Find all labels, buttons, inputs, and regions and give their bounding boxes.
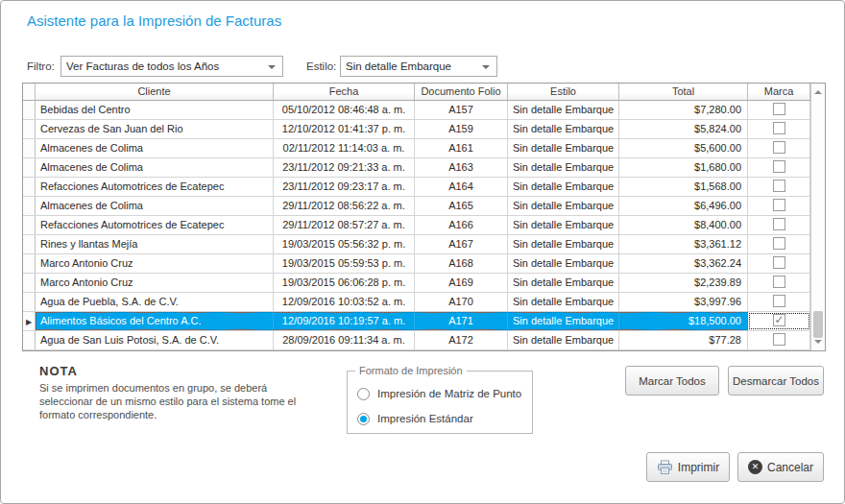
marca-checkbox[interactable] — [773, 295, 785, 307]
marca-checkbox[interactable] — [773, 314, 785, 326]
radio-matriz-label: Impresión de Matriz de Punto — [377, 388, 521, 399]
cell-fecha: 19/03/2015 05:59:53 p. m. — [274, 254, 415, 273]
row-gutter-cell[interactable] — [23, 293, 36, 311]
filtro-dropdown-value: Ver Facturas de todos los Años — [66, 60, 219, 72]
marca-checkbox[interactable] — [773, 141, 785, 154]
cell-folio: A168 — [415, 254, 508, 273]
scrollbar-thumb[interactable] — [813, 311, 823, 338]
cell-marca — [748, 178, 810, 196]
cell-marca — [748, 139, 810, 157]
scroll-down-icon[interactable] — [814, 340, 822, 344]
page-title: Asistente para la Impresión de Facturas — [27, 12, 281, 29]
note-text: Si se imprimen documentos en grupo, se d… — [39, 381, 356, 421]
cell-cliente: Bebidas del Centro — [36, 101, 274, 119]
cell-marca — [748, 254, 810, 273]
table-row[interactable]: Marco Antonio Cruz19/03/2015 06:06:28 p.… — [23, 274, 810, 293]
table-row[interactable]: Cervezas de San Juan del Rio12/10/2012 0… — [23, 120, 810, 139]
radio-estandar-label: Impresión Estándar — [377, 413, 473, 424]
filtro-label: Filtro: — [27, 60, 55, 72]
column-header-folio[interactable]: Documento Folio — [415, 84, 508, 100]
cell-marca — [748, 235, 810, 253]
cell-estilo: Sin detalle Embarque — [508, 178, 619, 196]
table-row[interactable]: Almacenes de Colima23/11/2012 09:21:33 a… — [23, 158, 810, 178]
row-gutter-cell[interactable] — [23, 139, 36, 157]
cell-cliente: Rines y llantas Mejía — [36, 235, 274, 253]
note-heading: NOTA — [39, 364, 78, 378]
marca-checkbox[interactable] — [773, 237, 785, 250]
table-row[interactable]: Refacciones Automotrices de Ecatepec23/1… — [23, 178, 810, 197]
cell-cliente: Almacenes de Colima — [36, 158, 274, 177]
cell-estilo: Sin detalle Embarque — [508, 274, 619, 292]
radio-impresion-estandar[interactable]: Impresión Estándar — [357, 412, 473, 425]
cell-fecha: 28/09/2016 09:11:34 a. m. — [274, 331, 415, 349]
marca-checkbox[interactable] — [773, 160, 785, 173]
cell-cliente: Almacenes de Colima — [36, 197, 274, 215]
marca-checkbox[interactable] — [773, 122, 785, 134]
row-gutter-cell[interactable] — [23, 197, 36, 215]
marca-checkbox[interactable] — [773, 199, 785, 211]
row-gutter-cell[interactable] — [23, 235, 36, 253]
table-row[interactable]: Agua de Puebla, S.A. de C.V.12/09/2016 1… — [23, 293, 810, 312]
cell-total: $1,680.00 — [619, 158, 748, 177]
row-gutter-cell[interactable] — [23, 254, 36, 273]
marca-checkbox[interactable] — [773, 276, 785, 288]
grid-vertical-scrollbar[interactable] — [810, 84, 825, 350]
marca-checkbox[interactable] — [773, 103, 785, 115]
row-gutter-cell[interactable] — [23, 158, 36, 177]
row-gutter-cell[interactable] — [23, 101, 36, 119]
radio-button-icon[interactable] — [357, 388, 370, 400]
marcar-todos-button[interactable]: Marcar Todos — [625, 366, 719, 396]
row-gutter-cell[interactable] — [23, 274, 36, 292]
table-row[interactable]: Rines y llantas Mejía19/03/2015 05:56:32… — [23, 235, 810, 254]
cell-marca — [748, 158, 810, 177]
imprimir-button[interactable]: Imprimir — [646, 452, 730, 482]
table-row[interactable]: Almacenes de Colima29/11/2012 08:56:22 a… — [23, 197, 810, 216]
table-row[interactable]: Refacciones Automotrices de Ecatepec29/1… — [23, 216, 810, 235]
scroll-up-icon[interactable] — [814, 90, 822, 94]
print-format-group-label: Formato de Impresión — [355, 365, 467, 376]
cell-estilo: Sin detalle Embarque — [508, 235, 619, 253]
filtro-dropdown[interactable]: Ver Facturas de todos los Años — [60, 56, 283, 77]
cell-estilo: Sin detalle Embarque — [508, 293, 619, 311]
row-gutter-cell[interactable] — [23, 216, 36, 234]
cell-folio: A169 — [415, 274, 508, 292]
cell-total: $18,500.00 — [619, 312, 748, 330]
table-row[interactable]: Marco Antonio Cruz19/03/2015 05:59:53 p.… — [23, 254, 810, 274]
table-row[interactable]: Bebidas del Centro05/10/2012 08:46:48 a.… — [23, 101, 810, 120]
estilo-label: Estilo: — [306, 60, 336, 72]
marca-checkbox[interactable] — [773, 180, 785, 192]
cell-fecha: 12/09/2016 10:19:57 a. m. — [274, 312, 415, 330]
cancelar-button[interactable]: ✕ Cancelar — [737, 452, 824, 482]
marca-checkbox[interactable] — [773, 256, 785, 269]
row-gutter-cell[interactable] — [23, 120, 36, 138]
table-row[interactable]: Agua de San Luis Potosi, S.A. de C.V.28/… — [23, 331, 810, 350]
row-gutter-cell[interactable] — [23, 178, 36, 196]
desmarcar-todos-button[interactable]: Desmarcar Todos — [728, 366, 824, 396]
table-row[interactable]: Almacenes de Colima02/11/2012 11:14:03 a… — [23, 139, 810, 158]
marca-checkbox[interactable] — [773, 218, 785, 230]
column-header-marca[interactable]: Marca — [748, 84, 810, 100]
radio-button-icon[interactable] — [357, 413, 370, 425]
table-row[interactable]: ▶Alimentos Básicos del Centro A.C.12/09/… — [23, 312, 810, 331]
cell-cliente: Marco Antonio Cruz — [36, 274, 274, 292]
cell-folio: A163 — [415, 158, 508, 177]
cell-estilo: Sin detalle Embarque — [508, 120, 619, 138]
cell-marca — [748, 312, 810, 330]
marca-checkbox[interactable] — [773, 333, 785, 346]
column-header-fecha[interactable]: Fecha — [274, 84, 415, 100]
radio-matriz-de-punto[interactable]: Impresión de Matriz de Punto — [357, 387, 521, 400]
row-gutter-cell[interactable] — [23, 331, 36, 349]
cell-estilo: Sin detalle Embarque — [508, 197, 619, 215]
cell-fecha: 02/11/2012 11:14:03 a. m. — [274, 139, 415, 157]
printer-icon — [657, 460, 673, 475]
row-indicator-icon: ▶ — [26, 313, 32, 330]
estilo-dropdown[interactable]: Sin detalle Embarque — [340, 56, 497, 77]
cell-estilo: Sin detalle Embarque — [508, 158, 619, 177]
cell-cliente: Refacciones Automotrices de Ecatepec — [36, 216, 274, 234]
cell-cliente: Cervezas de San Juan del Rio — [36, 120, 274, 138]
row-gutter-cell[interactable]: ▶ — [23, 312, 36, 330]
column-header-estilo[interactable]: Estilo — [508, 84, 619, 100]
column-header-total[interactable]: Total — [619, 84, 748, 100]
cell-fecha: 12/09/2016 10:03:52 a. m. — [274, 293, 415, 311]
column-header-cliente[interactable]: Cliente — [36, 84, 274, 100]
